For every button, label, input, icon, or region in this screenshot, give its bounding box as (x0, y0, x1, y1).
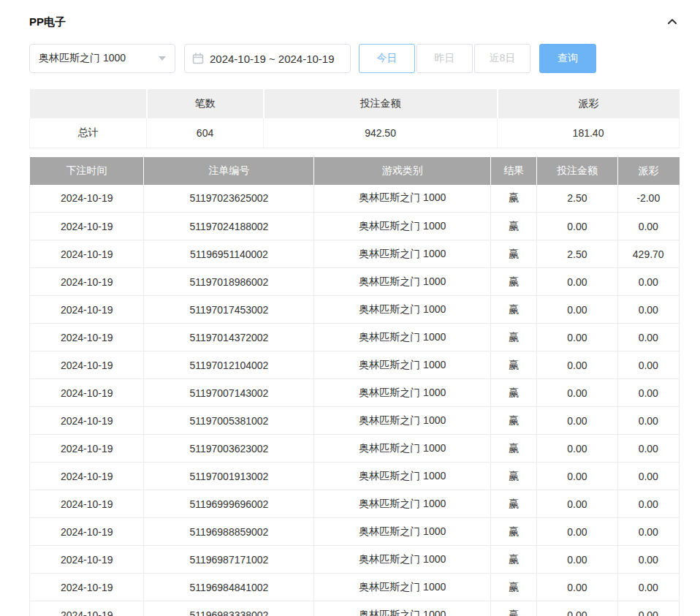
cell-bet-time: 2024-10-19 (30, 296, 144, 324)
cell-bet-amount: 0.00 (537, 546, 617, 574)
cell-result: 赢 (491, 574, 537, 601)
cell-payout: 0.00 (617, 213, 680, 240)
cell-game-type: 奥林匹斯之门 1000 (314, 351, 491, 379)
quick-date-buttons: 今日 昨日 近8日 (359, 44, 532, 73)
cell-game-type: 奥林匹斯之门 1000 (314, 601, 491, 616)
cell-bet-time: 2024-10-19 (30, 351, 144, 379)
summary-total-label: 总计 (30, 118, 147, 148)
table-row: 2024-10-19 51197017453002 奥林匹斯之门 1000 赢 … (30, 296, 680, 324)
cell-payout: 0.00 (617, 268, 680, 296)
cell-bet-time: 2024-10-19 (30, 463, 144, 490)
cell-bet-id: 51196988859002 (144, 518, 314, 546)
table-row: 2024-10-19 51197001913002 奥林匹斯之门 1000 赢 … (30, 463, 680, 490)
cell-payout: 0.00 (617, 435, 680, 463)
cell-bet-amount: 2.50 (537, 185, 617, 213)
header-bet-amount: 投注金额 (537, 157, 617, 185)
cell-bet-id: 51196951140002 (144, 240, 314, 268)
summary-header-empty (30, 89, 147, 118)
cell-payout: 0.00 (617, 324, 680, 351)
cell-payout: 0.00 (617, 518, 680, 546)
cell-payout: -2.00 (617, 185, 680, 213)
cell-payout: 0.00 (617, 574, 680, 601)
panel-header: PP电子 (29, 15, 680, 29)
cell-bet-id: 51197001913002 (144, 463, 314, 490)
cell-bet-id: 51196983338002 (144, 601, 314, 616)
cell-game-type: 奥林匹斯之门 1000 (314, 296, 491, 324)
table-row: 2024-10-19 51196987171002 奥林匹斯之门 1000 赢 … (30, 546, 680, 574)
chevron-up-icon[interactable] (665, 15, 680, 29)
cell-game-type: 奥林匹斯之门 1000 (314, 574, 491, 601)
header-bet-id: 注单编号 (144, 157, 314, 185)
cell-result: 赢 (491, 518, 537, 546)
date-range-input[interactable]: 2024-10-19 ~ 2024-10-19 (184, 44, 351, 73)
filter-bar: 奥林匹斯之门 1000 2024-10-19 ~ 2024-10-19 今日 昨… (29, 44, 680, 73)
table-row: 2024-10-19 51197018986002 奥林匹斯之门 1000 赢 … (30, 268, 680, 296)
cell-bet-time: 2024-10-19 (30, 546, 144, 574)
cell-bet-amount: 0.00 (537, 435, 617, 463)
cell-result: 赢 (491, 463, 537, 490)
cell-bet-time: 2024-10-19 (30, 490, 144, 518)
cell-game-type: 奥林匹斯之门 1000 (314, 324, 491, 351)
summary-header-bet-amount: 投注金额 (264, 89, 498, 118)
cell-payout: 0.00 (617, 379, 680, 407)
summary-header-row: 笔数 投注金额 派彩 (30, 89, 680, 118)
today-button[interactable]: 今日 (359, 44, 415, 73)
cell-bet-id: 51197003623002 (144, 435, 314, 463)
cell-bet-amount: 0.00 (537, 379, 617, 407)
table-row: 2024-10-19 51197012104002 奥林匹斯之门 1000 赢 … (30, 351, 680, 379)
cell-payout: 0.00 (617, 407, 680, 435)
header-bet-time: 下注时间 (30, 157, 144, 185)
cell-bet-id: 51197007143002 (144, 379, 314, 407)
pp-electronic-panel: PP电子 奥林匹斯之门 1000 2024-10-19 ~ 2024-10-19 (0, 0, 700, 616)
table-row: 2024-10-19 51196988859002 奥林匹斯之门 1000 赢 … (30, 518, 680, 546)
cell-bet-time: 2024-10-19 (30, 435, 144, 463)
cell-bet-id: 51197018986002 (144, 268, 314, 296)
bets-header-row: 下注时间 注单编号 游戏类别 结果 投注金额 派彩 (30, 157, 680, 185)
cell-payout: 0.00 (617, 601, 680, 616)
yesterday-button[interactable]: 昨日 (416, 44, 473, 73)
cell-bet-time: 2024-10-19 (30, 574, 144, 601)
last-8-days-button[interactable]: 近8日 (474, 44, 530, 73)
cell-bet-time: 2024-10-19 (30, 601, 144, 616)
cell-bet-id: 51197005381002 (144, 407, 314, 435)
cell-payout: 0.00 (617, 546, 680, 574)
summary-total-row: 总计 604 942.50 181.40 (30, 118, 680, 148)
cell-payout: 0.00 (617, 463, 680, 490)
table-row: 2024-10-19 51197023625002 奥林匹斯之门 1000 赢 … (30, 185, 680, 213)
summary-header-payout: 派彩 (498, 89, 680, 118)
cell-bet-amount: 0.00 (537, 213, 617, 240)
cell-bet-amount: 0.00 (537, 490, 617, 518)
cell-bet-amount: 0.00 (537, 268, 617, 296)
cell-result: 赢 (491, 407, 537, 435)
cell-bet-time: 2024-10-19 (30, 213, 144, 240)
cell-result: 赢 (491, 379, 537, 407)
cell-game-type: 奥林匹斯之门 1000 (314, 463, 491, 490)
cell-bet-amount: 0.00 (537, 324, 617, 351)
cell-result: 赢 (491, 185, 537, 213)
cell-payout: 0.00 (617, 296, 680, 324)
game-select[interactable]: 奥林匹斯之门 1000 (29, 44, 175, 73)
cell-bet-id: 51197017453002 (144, 296, 314, 324)
search-button[interactable]: 查询 (539, 44, 596, 73)
header-result: 结果 (491, 157, 537, 185)
cell-game-type: 奥林匹斯之门 1000 (314, 518, 491, 546)
cell-bet-amount: 0.00 (537, 407, 617, 435)
cell-bet-amount: 0.00 (537, 463, 617, 490)
table-row: 2024-10-19 51197007143002 奥林匹斯之门 1000 赢 … (30, 379, 680, 407)
cell-result: 赢 (491, 601, 537, 616)
cell-bet-time: 2024-10-19 (30, 240, 144, 268)
cell-bet-amount: 0.00 (537, 601, 617, 616)
table-row: 2024-10-19 51196999696002 奥林匹斯之门 1000 赢 … (30, 490, 680, 518)
cell-result: 赢 (491, 435, 537, 463)
cell-bet-amount: 0.00 (537, 518, 617, 546)
cell-bet-amount: 2.50 (537, 240, 617, 268)
cell-bet-id: 51197023625002 (144, 185, 314, 213)
cell-result: 赢 (491, 490, 537, 518)
cell-result: 赢 (491, 546, 537, 574)
cell-bet-id: 51196984841002 (144, 574, 314, 601)
table-row: 2024-10-19 51197005381002 奥林匹斯之门 1000 赢 … (30, 407, 680, 435)
cell-game-type: 奥林匹斯之门 1000 (314, 407, 491, 435)
cell-bet-amount: 0.00 (537, 296, 617, 324)
summary-total-count: 604 (147, 118, 264, 148)
cell-game-type: 奥林匹斯之门 1000 (314, 379, 491, 407)
